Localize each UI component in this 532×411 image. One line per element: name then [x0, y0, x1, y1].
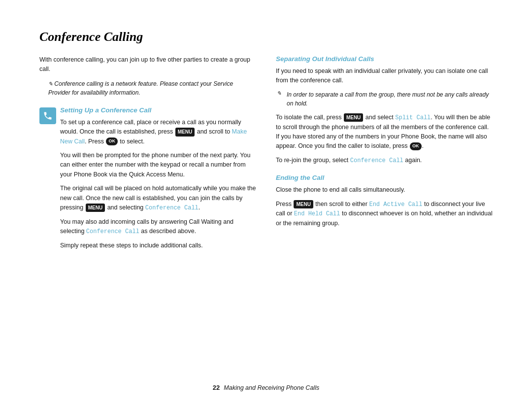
page: Conference Calling With conference calli…: [0, 0, 532, 411]
ending-para-1: Close the phone to end all calls simulta…: [276, 185, 493, 195]
separating-para-1: If you need to speak with an individual …: [276, 67, 493, 86]
phone-icon-box: [39, 107, 56, 124]
left-para-5: Simply repeat these steps to include add…: [60, 241, 256, 250]
separating-title: Separating Out Individual Calls: [276, 55, 493, 63]
intro-note: ✎ Conference calling is a network featur…: [39, 79, 256, 98]
ending-section: Ending the Call Close the phone to end a…: [276, 174, 493, 228]
ending-para-2: Press MENU then scroll to either End Act…: [276, 200, 493, 229]
conference-call-code-3: Conference Call: [350, 157, 403, 164]
end-held-call-code: End Held Call: [294, 210, 340, 217]
intro-text: With conference calling, you can join up…: [39, 55, 256, 74]
separating-section: Separating Out Individual Calls If you n…: [276, 55, 493, 165]
left-para-3: The original call will be placed on hold…: [60, 184, 256, 212]
end-active-call-code: End Active Call: [369, 201, 422, 208]
split-call-code: Split Call: [395, 114, 431, 121]
page-title: Conference Calling: [39, 30, 493, 44]
ok-key-1: OK: [106, 137, 118, 145]
menu-key-3: MENU: [344, 113, 363, 122]
section-icon-area: [39, 106, 60, 250]
left-section-content: Setting Up a Conference Call To set up a…: [60, 106, 256, 250]
right-column: Separating Out Individual Calls If you n…: [276, 55, 493, 374]
footer: 22 Making and Receiving Phone Calls: [39, 374, 493, 391]
content-columns: With conference calling, you can join up…: [39, 55, 493, 374]
left-section-title: Setting Up a Conference Call: [60, 106, 256, 114]
note-sym-1: ✎: [277, 90, 285, 108]
left-para-4: You may also add incoming calls by answe…: [60, 217, 256, 237]
make-new-call-link: Make New Call: [60, 128, 247, 144]
note-icon: ✎: [48, 81, 53, 87]
conference-call-code-1: Conference Call: [145, 205, 199, 211]
menu-key-1: MENU: [175, 128, 195, 137]
separating-note-text: In order to separate a call from the gro…: [287, 90, 493, 108]
footer-caption: Making and Receiving Phone Calls: [224, 384, 319, 391]
setting-up-section: Setting Up a Conference Call To set up a…: [39, 106, 256, 250]
left-column: With conference calling, you can join up…: [39, 55, 256, 374]
ok-key-2: OK: [410, 142, 422, 150]
separating-para-3: To re-join the group, select Conference …: [276, 156, 493, 166]
left-para-1: To set up a conference call, place or re…: [60, 118, 256, 146]
conference-call-code-2: Conference Call: [86, 228, 139, 235]
ending-title: Ending the Call: [276, 174, 493, 181]
intro-note-text: Conference calling is a network feature.…: [48, 80, 233, 97]
page-number: 22: [213, 384, 220, 391]
menu-key-2: MENU: [86, 204, 105, 212]
menu-key-4: MENU: [294, 200, 313, 209]
phone-icon: [43, 111, 53, 121]
left-para-2: You will then be prompted for the phone …: [60, 151, 256, 179]
separating-note-block: ✎ In order to separate a call from the g…: [276, 90, 493, 108]
separating-para-2: To isolate the call, press MENU and sele…: [276, 113, 493, 151]
